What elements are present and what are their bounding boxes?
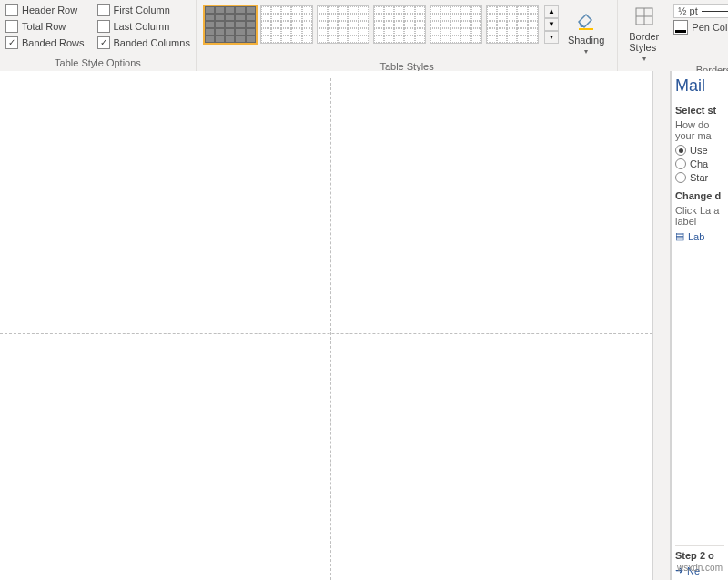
border-styles-button[interactable]: Border Styles ▾ — [623, 2, 664, 65]
chk-total-row[interactable]: Total Row — [5, 20, 85, 33]
gallery-more-button[interactable]: ▾ — [544, 31, 559, 44]
chk-header-row[interactable]: Header Row — [5, 4, 85, 16]
chk-first-column[interactable]: First Column — [97, 4, 190, 16]
gallery-down-button[interactable]: ▼ — [544, 18, 559, 31]
chk-label: Banded Rows — [22, 37, 85, 48]
vertical-scrollbar-gutter[interactable] — [652, 71, 671, 580]
chk-banded-rows[interactable]: Banded Rows — [5, 36, 85, 49]
label-divider-horizontal — [0, 333, 652, 334]
table-style-4[interactable] — [373, 5, 426, 44]
svg-rect-0 — [579, 28, 593, 30]
link-label: Lab — [688, 231, 704, 242]
label-grid — [0, 78, 652, 580]
border-styles-icon — [632, 4, 657, 29]
pane-title: Mail — [675, 76, 724, 96]
table-style-5[interactable] — [430, 5, 482, 44]
chk-label: Header Row — [22, 5, 77, 15]
group-borders: Border Styles ▾ ½ pt ▾ Pen Color ▾ — [618, 0, 728, 71]
radio-start[interactable]: Star — [675, 172, 724, 183]
document-area: Mail Select st How do your ma Use Cha St… — [0, 71, 728, 580]
label-divider-vertical — [330, 78, 331, 580]
table-style-6[interactable] — [486, 5, 539, 44]
pane-text: Click La a label — [675, 205, 724, 227]
page — [0, 78, 652, 580]
document-icon: ▤ — [675, 230, 684, 242]
pane-heading-select: Select st — [675, 105, 724, 116]
table-style-3[interactable] — [317, 5, 369, 44]
shading-button[interactable]: Shading ▾ — [562, 5, 610, 57]
chk-label: Last Column — [114, 21, 170, 32]
paint-bucket-icon — [573, 7, 599, 33]
chk-banded-columns[interactable]: Banded Columns — [97, 36, 190, 49]
pane-text: How do your ma — [675, 119, 724, 141]
radio-use[interactable]: Use — [675, 145, 724, 156]
pen-color-icon — [673, 20, 688, 35]
gallery-scroll: ▲ ▼ ▾ — [544, 5, 559, 44]
group-table-style-options: Header Row First Column Total Row Last C… — [0, 0, 197, 71]
gallery-up-button[interactable]: ▲ — [544, 5, 559, 18]
chevron-down-icon: ▾ — [584, 47, 588, 56]
border-styles-label: Border Styles — [629, 31, 659, 53]
group-table-styles: ▲ ▼ ▾ Shading ▾ Table Styles — [197, 0, 618, 71]
radio-label: Star — [690, 172, 708, 183]
mail-merge-pane: Mail Select st How do your ma Use Cha St… — [671, 71, 728, 580]
radio-change[interactable]: Cha — [675, 158, 724, 169]
page-viewport[interactable] — [0, 71, 652, 580]
table-styles-gallery: ▲ ▼ ▾ Shading ▾ — [202, 2, 612, 61]
line-weight-preview — [702, 11, 728, 12]
chevron-down-icon: ▾ — [642, 55, 646, 63]
pen-color-label: Pen Color — [692, 22, 728, 33]
border-line-controls: ½ pt ▾ Pen Color ▾ — [670, 2, 728, 36]
line-weight-dropdown[interactable]: ½ pt ▾ — [673, 4, 728, 18]
chk-label: Total Row — [22, 21, 66, 32]
pen-color-dropdown[interactable]: Pen Color ▾ — [673, 20, 728, 35]
radio-label: Cha — [690, 158, 708, 169]
pane-heading-change: Change d — [675, 190, 724, 201]
shading-label: Shading — [568, 35, 604, 46]
chk-label: First Column — [114, 5, 170, 15]
table-style-1[interactable] — [204, 5, 257, 44]
ribbon: Header Row First Column Total Row Last C… — [0, 0, 728, 72]
group-label: Table Style Options — [5, 57, 190, 71]
label-options-link[interactable]: ▤ Lab — [675, 230, 724, 242]
step-indicator: Step 2 o — [675, 550, 724, 561]
chk-last-column[interactable]: Last Column — [97, 20, 190, 33]
chk-label: Banded Columns — [114, 37, 190, 48]
watermark: wsxdn.com — [677, 563, 723, 573]
radio-label: Use — [690, 145, 708, 156]
table-style-2[interactable] — [260, 5, 313, 44]
line-weight-value: ½ pt — [678, 5, 697, 16]
